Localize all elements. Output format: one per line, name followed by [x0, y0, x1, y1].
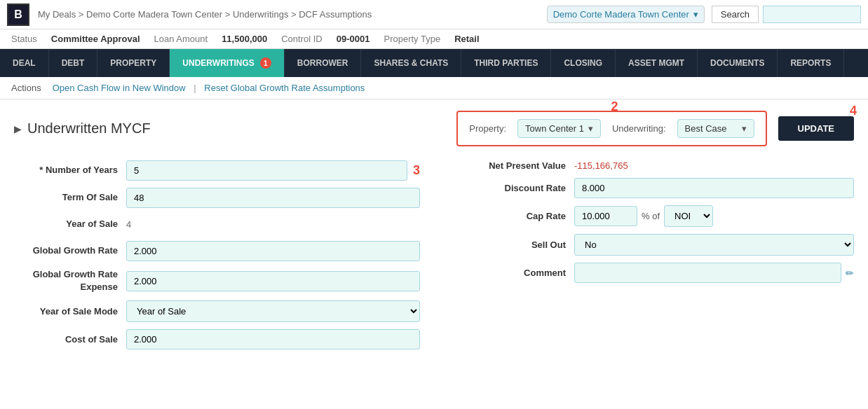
comment-edit-icon[interactable]: ✏: [846, 268, 854, 279]
right-form-col: Net Present Value -115,166,765 Discount …: [448, 160, 854, 356]
tab-underwritings-badge: 1: [260, 57, 271, 69]
cap-rate-label: Cap Rate: [448, 211, 574, 221]
comment-container: ✏: [574, 263, 854, 283]
net-present-value-row: Net Present Value -115,166,765: [448, 160, 854, 171]
separator: |: [194, 83, 198, 93]
annotation-3: 3: [413, 163, 420, 178]
brand-logo: B: [7, 4, 29, 26]
tab-shares[interactable]: SHARES & CHATS: [361, 49, 461, 77]
tab-deal[interactable]: DEAL: [0, 49, 49, 77]
property-dropdown-arrow: ▾: [588, 123, 593, 134]
open-cashflow-link[interactable]: Open Cash Flow in New Window: [53, 83, 186, 93]
global-growth-rate-input[interactable]: [126, 241, 420, 261]
cap-rate-input[interactable]: [574, 206, 637, 226]
property-label: Property:: [469, 123, 506, 134]
underwriting-dropdown[interactable]: Best Case ▾: [677, 119, 754, 138]
cap-rate-select[interactable]: NOI EGI: [664, 205, 713, 227]
term-of-sale-label: Term Of Sale: [14, 191, 126, 204]
number-of-years-input[interactable]: [126, 160, 407, 181]
term-of-sale-row: Term Of Sale: [14, 188, 420, 208]
status-bar: Status Committee Approval Loan Amount 11…: [0, 29, 868, 49]
update-button[interactable]: UPDATE: [778, 116, 854, 141]
global-growth-rate-expense-label: Global Growth Rate Expense: [14, 268, 126, 293]
status-label: Status: [11, 34, 37, 44]
global-growth-rate-label: Global Growth Rate: [14, 244, 126, 257]
year-of-sale-mode-select[interactable]: Year of Sale Term of Sale: [126, 300, 420, 322]
discount-rate-label: Discount Rate: [448, 183, 574, 193]
comment-input[interactable]: [574, 263, 841, 283]
comment-label: Comment: [448, 268, 574, 278]
tab-closing[interactable]: CLOSING: [551, 49, 616, 77]
top-bar: B My Deals > Demo Corte Madera Town Cent…: [0, 0, 868, 29]
tab-documents[interactable]: DOCUMENTS: [698, 49, 778, 77]
property-type-label: Property Type: [384, 34, 440, 44]
update-btn-container: 4 UPDATE: [778, 116, 854, 141]
year-of-sale-mode-container: Year of Sale Term of Sale: [126, 300, 420, 322]
global-growth-rate-expense-input[interactable]: [126, 271, 420, 291]
selector-box: 2 Property: Town Center 1 ▾ Underwriting…: [456, 111, 766, 146]
status-value: Committee Approval: [51, 34, 140, 44]
year-of-sale-label: Year of Sale: [14, 218, 126, 230]
sell-out-label: Sell Out: [448, 240, 574, 250]
cap-rate-container: % of NOI EGI: [574, 205, 854, 227]
year-of-sale-value: 4: [126, 215, 131, 234]
tab-third-parties[interactable]: THIRD PARTIES: [461, 49, 551, 77]
underwriting-dropdown-arrow: ▾: [742, 123, 747, 134]
tab-property[interactable]: PROPERTY: [97, 49, 170, 77]
actions-links: Open Cash Flow in New Window | Reset Glo…: [53, 83, 365, 93]
actions-bar: Actions Open Cash Flow in New Window | R…: [0, 77, 868, 99]
section-title: ▶ Underwritten MYCF: [14, 120, 445, 137]
net-present-value-value: -115,166,765: [574, 160, 854, 171]
control-id-label: Control ID: [281, 34, 323, 44]
loan-amount-value: 11,500,000: [222, 34, 267, 44]
tab-borrower[interactable]: BORROWER: [285, 49, 362, 77]
tab-debt[interactable]: DEBT: [49, 49, 98, 77]
control-id-value: 09-0001: [337, 34, 370, 44]
sell-out-select[interactable]: No Yes: [574, 234, 854, 256]
collapse-arrow[interactable]: ▶: [14, 123, 22, 134]
section-header: ▶ Underwritten MYCF 2 Property: Town Cen…: [14, 111, 854, 146]
loan-amount-label: Loan Amount: [154, 34, 208, 44]
cap-rate-percent-label: % of: [642, 211, 660, 221]
comment-row: Comment ✏: [448, 263, 854, 283]
cost-of-sale-label: Cost of Sale: [14, 333, 126, 346]
net-present-value-label: Net Present Value: [448, 160, 574, 171]
cost-of-sale-input[interactable]: [126, 329, 420, 349]
sell-out-row: Sell Out No Yes: [448, 234, 854, 256]
nav-tabs: DEAL DEBT PROPERTY UNDERWRITINGS 1 BORRO…: [0, 49, 868, 77]
breadcrumb: My Deals > Demo Corte Madera Town Center…: [38, 9, 547, 20]
cap-rate-row: Cap Rate % of NOI EGI: [448, 205, 854, 227]
year-of-sale-mode-label: Year of Sale Mode: [14, 305, 126, 318]
discount-rate-row: Discount Rate: [448, 178, 854, 198]
left-form-col: * Number of Years 3 Term Of Sale Year of…: [14, 160, 420, 356]
number-of-years-label: * Number of Years: [14, 164, 126, 176]
tab-underwritings[interactable]: UNDERWRITINGS 1: [170, 49, 284, 77]
annotation-2: 2: [611, 99, 618, 114]
tab-asset-mgmt[interactable]: ASSET MGMT: [616, 49, 698, 77]
property-dropdown[interactable]: Town Center 1 ▾: [517, 119, 601, 138]
property-type-value: Retail: [454, 34, 479, 44]
main-content: ▶ Underwritten MYCF 2 Property: Town Cen…: [0, 99, 868, 368]
search-input[interactable]: [763, 6, 861, 23]
search-button[interactable]: Search: [712, 6, 759, 23]
year-of-sale-mode-row: Year of Sale Mode Year of Sale Term of S…: [14, 300, 420, 322]
global-growth-rate-expense-row: Global Growth Rate Expense: [14, 268, 420, 293]
discount-rate-input[interactable]: [574, 178, 854, 198]
global-growth-rate-row: Global Growth Rate: [14, 241, 420, 261]
number-of-years-row: * Number of Years 3: [14, 160, 420, 181]
reset-growth-rate-link[interactable]: Reset Global Growth Rate Assumptions: [204, 83, 365, 93]
tab-reports[interactable]: REPORTS: [778, 49, 844, 77]
actions-label: Actions: [11, 83, 41, 93]
deal-selector-arrow: ▾: [693, 9, 698, 20]
term-of-sale-input[interactable]: [126, 188, 420, 208]
year-of-sale-row: Year of Sale 4: [14, 215, 420, 234]
underwriting-label: Underwriting:: [612, 123, 666, 134]
cost-of-sale-row: Cost of Sale: [14, 329, 420, 349]
deal-selector[interactable]: Demo Corte Madera Town Center ▾: [547, 6, 705, 23]
form-grid: * Number of Years 3 Term Of Sale Year of…: [14, 160, 854, 356]
